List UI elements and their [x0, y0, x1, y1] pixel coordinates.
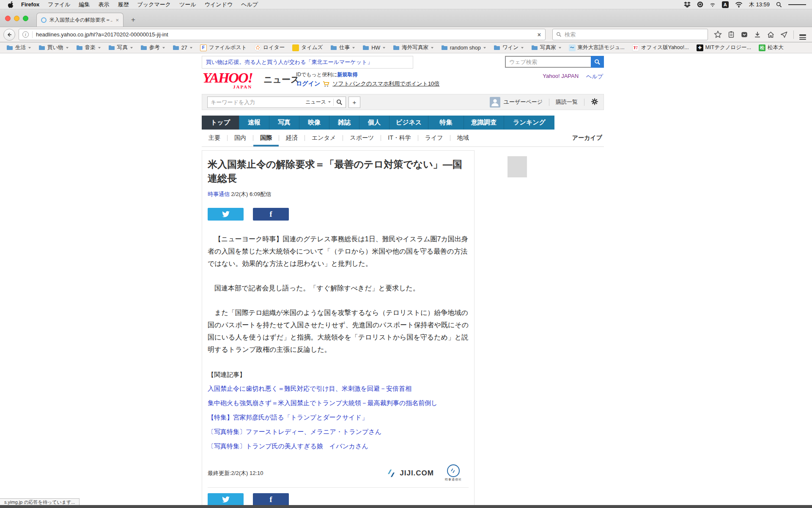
url-input[interactable]: [36, 31, 533, 38]
bookmark-folder-kaimono[interactable]: 買い物: [35, 44, 72, 51]
subnav-keizai[interactable]: 経済: [279, 130, 304, 146]
browser-tab[interactable]: 米入国禁止令の解除要求＝... ×: [36, 13, 123, 27]
menu-view[interactable]: 表示: [94, 0, 114, 9]
bookmark-folder-kaigai[interactable]: 海外写真家: [389, 44, 437, 51]
menu-hamburger-icon[interactable]: [799, 33, 806, 36]
register-link[interactable]: 新規取得: [337, 72, 357, 77]
related-link[interactable]: 【特集】宮家邦彦氏が語る「トランプとダークサイド」: [208, 410, 469, 425]
menu-help[interactable]: ヘルプ: [237, 0, 262, 9]
back-button[interactable]: [3, 29, 15, 41]
source-link[interactable]: 時事通信: [208, 191, 230, 197]
bookmark-times[interactable]: タイムズ: [288, 44, 326, 51]
bookmark-folder-sanko[interactable]: 参考: [137, 44, 169, 51]
zoom-window-button[interactable]: [23, 16, 28, 21]
bookmark-folder-shashinka[interactable]: 写真家: [527, 44, 565, 51]
menu-file[interactable]: ファイル: [44, 0, 74, 9]
subnav-entame[interactable]: エンタメ: [305, 130, 343, 146]
jiji-com-logo[interactable]: JIJI.COM: [387, 469, 434, 478]
nav-tab-tokushu[interactable]: 特集: [428, 116, 464, 130]
promo-banner-link[interactable]: 買い物は応援。売る人と買う人が交わる「東北エールマーケット」: [206, 58, 373, 66]
bookmark-folder-shashin[interactable]: 写真: [104, 44, 137, 51]
menu-history[interactable]: 履歴: [114, 0, 133, 9]
menu-window[interactable]: ウインドウ: [200, 0, 237, 9]
settings-gear-icon[interactable]: [591, 98, 598, 107]
close-window-button[interactable]: [5, 16, 11, 21]
bookmark-reuters[interactable]: ロイター: [250, 44, 288, 51]
notification-center-icon[interactable]: [788, 3, 806, 6]
minimize-window-button[interactable]: [14, 16, 19, 21]
input-method-icon[interactable]: A: [722, 1, 729, 8]
news-search-field[interactable]: ニュース: [207, 97, 346, 108]
web-search-button[interactable]: [591, 56, 604, 68]
url-bar[interactable]: i ×: [19, 29, 546, 40]
menu-edit[interactable]: 編集: [75, 0, 94, 9]
subnav-sports[interactable]: スポーツ: [343, 130, 381, 146]
bookmark-folder-randomshop[interactable]: random shop: [437, 45, 490, 51]
jiji-press-logo[interactable]: 時事通信社: [445, 464, 462, 482]
twitter-share-button[interactable]: [208, 493, 244, 506]
bookmark-yahoo-office[interactable]: Y!オフィス版Yahoo!...: [628, 44, 693, 51]
related-link[interactable]: 〔写真特集〕ファーストレディー、メラニア・トランプさん: [208, 425, 469, 439]
tab-close-icon[interactable]: ×: [115, 17, 119, 23]
bookmark-folder-shigoto[interactable]: 仕事: [326, 44, 359, 51]
share-icon[interactable]: [780, 31, 788, 39]
nav-tab-top[interactable]: トップ: [202, 116, 239, 130]
subnav-kokunai[interactable]: 国内: [228, 130, 253, 146]
web-search-input[interactable]: [505, 56, 591, 68]
home-icon[interactable]: [767, 31, 775, 39]
bookmark-folder-hw[interactable]: HW: [359, 45, 389, 51]
add-search-button[interactable]: +: [348, 97, 360, 108]
related-link[interactable]: 集中砲火も強気崩さず＝米入国禁止でトランプ大統領－最高裁判事の指名前倒し: [208, 396, 469, 410]
menu-firefox[interactable]: Firefox: [17, 0, 44, 9]
softbank-promo-link[interactable]: ソフトバンクのスマホ利用でポイント10倍: [332, 80, 439, 88]
bookmark-tufs[interactable]: 〜東外大言語モジュ...: [565, 44, 628, 51]
stop-loading-icon[interactable]: ×: [537, 31, 542, 38]
bookmark-folder-ongaku[interactable]: 音楽: [72, 44, 104, 51]
new-tab-button[interactable]: +: [128, 16, 139, 24]
menu-bookmarks[interactable]: ブックマーク: [133, 0, 176, 9]
news-search-input[interactable]: [211, 99, 303, 105]
related-link[interactable]: 入国禁止令に歯切れ悪く＝難民対応で引け目、米刺激を回避－安倍首相: [208, 381, 469, 396]
nav-tab-kojin[interactable]: 個人: [359, 116, 389, 130]
subnav-chiiki[interactable]: 地域: [450, 130, 476, 146]
downloads-icon[interactable]: [754, 31, 761, 39]
yahoo-japan-link[interactable]: Yahoo! JAPAN: [543, 73, 579, 80]
pocket-icon[interactable]: [741, 31, 748, 39]
subscriptions-link[interactable]: 購読一覧: [556, 98, 578, 106]
bookmark-folder-seikatsu[interactable]: 生活: [3, 44, 35, 51]
search-icon[interactable]: [336, 99, 343, 105]
browser-search-input[interactable]: [565, 31, 704, 38]
nav-tab-zasshi[interactable]: 雑誌: [329, 116, 359, 130]
menu-bar-clock[interactable]: 木 13:59: [749, 1, 770, 8]
wifi-icon[interactable]: [735, 2, 743, 8]
nav-tab-ranking[interactable]: ランキング: [504, 116, 554, 130]
bookmark-star-icon[interactable]: [714, 30, 722, 39]
nav-tab-shashin[interactable]: 写真: [269, 116, 299, 130]
menu-tools[interactable]: ツール: [175, 0, 200, 9]
subnav-it-kagaku[interactable]: IT・科学: [381, 130, 417, 146]
spotlight-icon[interactable]: [776, 2, 782, 8]
user-page-link[interactable]: ユーザーページ: [504, 98, 543, 106]
browser-search-field[interactable]: [552, 29, 708, 40]
nav-tab-business[interactable]: ビジネス: [389, 116, 428, 130]
help-link[interactable]: ヘルプ: [586, 73, 603, 80]
dropbox-icon[interactable]: [684, 2, 691, 8]
nav-tab-eizo[interactable]: 映像: [299, 116, 329, 130]
site-info-icon[interactable]: i: [22, 31, 29, 38]
bookmark-folder-wine[interactable]: ワイン: [490, 44, 527, 51]
adobe-cc-icon[interactable]: [697, 1, 703, 8]
bookmark-filepost[interactable]: Fファイルポスト: [196, 44, 251, 51]
subnav-life[interactable]: ライフ: [418, 130, 450, 146]
apple-menu[interactable]: [4, 1, 17, 8]
twitter-share-button[interactable]: [208, 208, 244, 221]
login-link[interactable]: ログイン: [296, 80, 320, 88]
bookmark-mit-tech[interactable]: ✚MITテクノロジー...: [693, 44, 755, 51]
facebook-share-button[interactable]: f: [253, 493, 289, 506]
nav-tab-ishikichosa[interactable]: 意識調査: [464, 116, 504, 130]
subnav-archive[interactable]: アーカイブ: [572, 130, 604, 146]
search-scope-dropdown[interactable]: ニュース: [305, 99, 331, 106]
related-link[interactable]: 〔写真特集〕トランプ氏の美人すぎる娘 イバンカさん: [208, 439, 469, 453]
nav-tab-sokuho[interactable]: 速報: [239, 116, 269, 130]
reading-list-icon[interactable]: [727, 30, 735, 39]
subnav-shuyo[interactable]: 主要: [202, 130, 227, 146]
